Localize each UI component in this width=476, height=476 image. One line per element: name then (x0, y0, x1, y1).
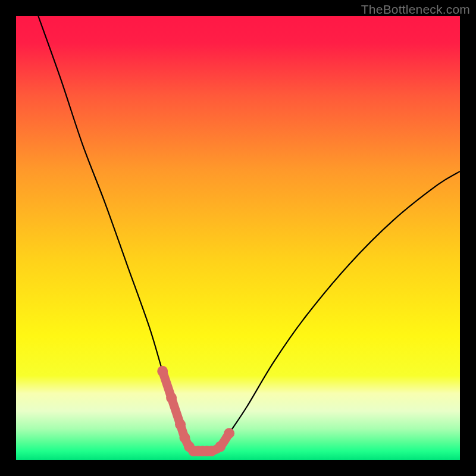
highlight-dot (157, 366, 168, 377)
plot-area (16, 16, 460, 460)
watermark-label: TheBottleneck.com (361, 2, 470, 17)
optimal-range-highlight (162, 371, 229, 452)
bottleneck-curve (38, 16, 460, 452)
highlight-dot (224, 428, 234, 439)
highlight-dot (166, 393, 177, 403)
chart-frame: TheBottleneck.com (0, 0, 476, 476)
highlight-dot (215, 441, 226, 452)
curve-layer (16, 16, 460, 460)
highlight-dot (175, 419, 186, 430)
